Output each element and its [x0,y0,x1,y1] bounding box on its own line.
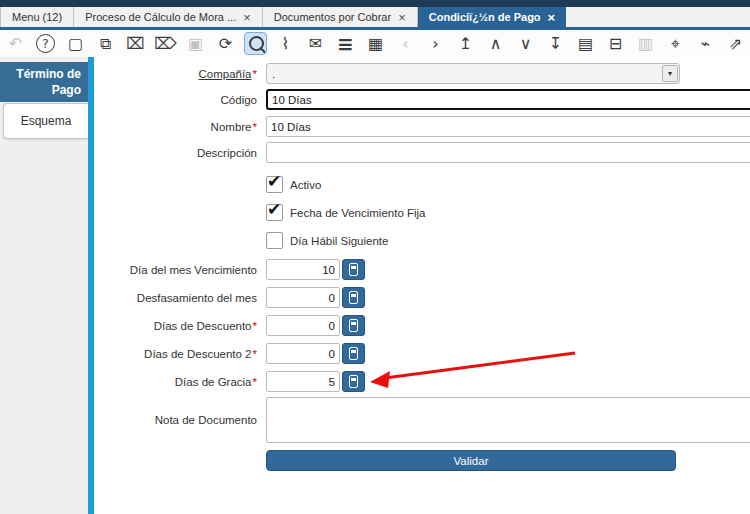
help-icon[interactable]: ? [34,32,57,55]
find-icon[interactable] [244,32,267,55]
compania-label: Compañía* [94,68,266,80]
report-icon[interactable]: ▤ [574,32,597,55]
parent-record-icon[interactable]: ∧ [484,32,507,55]
menu-lines-icon[interactable]: ≡ [334,32,357,55]
compania-label-link[interactable]: Compañía [198,68,251,80]
new-record-icon[interactable]: ▢ [64,32,87,55]
nota-de-documento-label: Nota de Documento [94,414,266,426]
nota-de-documento-textarea[interactable] [266,397,750,443]
tab-proceso-calculo-mora[interactable]: Proceso de Cálculo de Mora ... × [74,7,263,27]
detail-record-icon[interactable]: ∨ [514,32,537,55]
copy-record-icon[interactable]: ⧉ [94,32,117,55]
tab-menu[interactable]: Menu (12) [0,7,74,27]
required-marker: * [253,320,257,332]
archive-icon[interactable]: ⊟ [604,32,627,55]
nombre-input[interactable] [266,116,750,137]
required-marker: * [253,376,257,388]
field-row-codigo: Código [94,89,750,110]
field-row-dias-de-descuento: Días de Descuento* [94,315,750,336]
workflow-icon[interactable]: ⌁ [694,32,717,55]
field-row-desfasamiento-del-mes: Desfasamiento del mes [94,287,750,308]
required-marker: * [253,121,257,133]
dia-del-mes-vencimiento-input[interactable] [266,259,340,280]
chat-icon[interactable]: ✉ [304,32,327,55]
tab-label: Condiciï¿½n de Pago [429,11,541,23]
dias-de-descuento-input[interactable] [266,315,340,336]
desfasamiento-del-mes-input[interactable] [266,287,340,308]
calculator-icon [349,347,358,360]
tab-label: Documentos por Cobrar [274,11,391,23]
required-marker: * [253,348,257,360]
tab-condicion-de-pago[interactable]: Condiciï¿½n de Pago × [418,7,566,27]
dias-de-descuento-2-input[interactable] [266,343,340,364]
fecha-vencimiento-fija-label: Fecha de Vencimiento Fija [290,207,426,219]
calculator-button[interactable] [342,371,365,392]
toolbar: ↶?▢⧉⌧⌦▣⟳⌇✉≡▦‹›↥∧∨↧▤⊟▥⌖⌁⇗⚙ [0,30,750,57]
calculator-button[interactable] [342,287,365,308]
fecha-vencimiento-fija-checkbox[interactable] [266,204,283,221]
send-icon[interactable]: ⇗ [724,32,747,55]
delete-selection-icon[interactable]: ⌦ [154,32,177,55]
dia-habil-siguiente-checkbox[interactable] [266,232,283,249]
save-icon: ▣ [184,32,207,55]
field-row-activo: Activo [94,176,750,193]
codigo-label: Código [94,94,266,106]
sidebar-tab-esquema[interactable]: Esquema [3,103,88,139]
nombre-label: Nombre* [94,121,266,133]
close-icon[interactable]: × [243,11,251,24]
last-record-icon[interactable]: ↧ [544,32,567,55]
app-window: Menu (12) Proceso de Cálculo de Mora ...… [0,0,750,514]
field-row-nombre: Nombre* [94,116,750,137]
tab-documentos-por-cobrar[interactable]: Documentos por Cobrar × [263,7,418,27]
chevron-down-icon[interactable]: ▾ [662,65,678,82]
descripcion-input[interactable] [266,142,750,163]
field-row-descripcion: Descripción [94,142,750,163]
undo-icon: ↶ [4,32,27,55]
next-record-icon[interactable]: › [424,32,447,55]
calculator-button[interactable] [342,315,365,336]
window-tab-bar: Menu (12) Proceso de Cálculo de Mora ...… [0,7,750,27]
tab-label: Proceso de Cálculo de Mora ... [85,11,236,23]
export-lookup-icon[interactable]: ⌖ [664,32,687,55]
attachment-icon[interactable]: ⌇ [274,32,297,55]
dias-de-gracia-input[interactable] [266,371,340,392]
delete-record-icon[interactable]: ⌧ [124,32,147,55]
refresh-icon[interactable]: ⟳ [214,32,237,55]
dias-de-gracia-label: Días de Gracia* [94,376,266,388]
dias-de-descuento-2-label: Días de Descuento 2* [94,348,266,360]
activo-label: Activo [290,179,321,191]
field-row-dias-de-gracia: Días de Gracia* [94,371,750,392]
dias-de-descuento-label: Días de Descuento* [94,320,266,332]
calendar-icon[interactable]: ▦ [364,32,387,55]
first-record-icon[interactable]: ↥ [454,32,477,55]
field-row-dias-de-descuento-2: Días de Descuento 2* [94,343,750,364]
field-row-dia-habil-siguiente: Día Hábil Siguiente [94,232,750,249]
calculator-icon [349,319,358,332]
field-row-compania: Compañía* . ▾ [94,63,750,84]
required-marker: * [253,68,257,80]
field-row-nota-de-documento: Nota de Documento [94,397,750,443]
compania-combobox[interactable]: . ▾ [266,63,680,84]
top-navy-bar [0,0,750,7]
print-icon: ▥ [634,32,657,55]
calculator-button[interactable] [342,259,365,280]
content-area: Término de Pago Esquema Compañía* . ▾ Có… [0,57,750,514]
close-icon[interactable]: × [548,11,556,24]
activo-checkbox[interactable] [266,176,283,193]
calculator-button[interactable] [342,343,365,364]
tab-label: Menu (12) [12,11,62,23]
codigo-input[interactable] [266,89,750,110]
form-area: Compañía* . ▾ Código Nombre* Descripción [94,57,750,514]
field-row-dia-del-mes-vencimiento: Día del mes Vencimiento [94,259,750,280]
dia-del-mes-vencimiento-label: Día del mes Vencimiento [94,264,266,276]
desfasamiento-del-mes-label: Desfasamiento del mes [94,292,266,304]
validar-button[interactable]: Validar [266,450,676,471]
close-icon[interactable]: × [398,11,406,24]
calculator-icon [349,291,358,304]
descripcion-label: Descripción [94,147,266,159]
validar-row: Validar [94,450,750,471]
dia-habil-siguiente-label: Día Hábil Siguiente [290,235,388,247]
sidebar-tab-termino-de-pago[interactable]: Término de Pago [0,62,88,102]
compania-value: . [272,68,275,80]
sidebar: Término de Pago Esquema [0,57,88,514]
